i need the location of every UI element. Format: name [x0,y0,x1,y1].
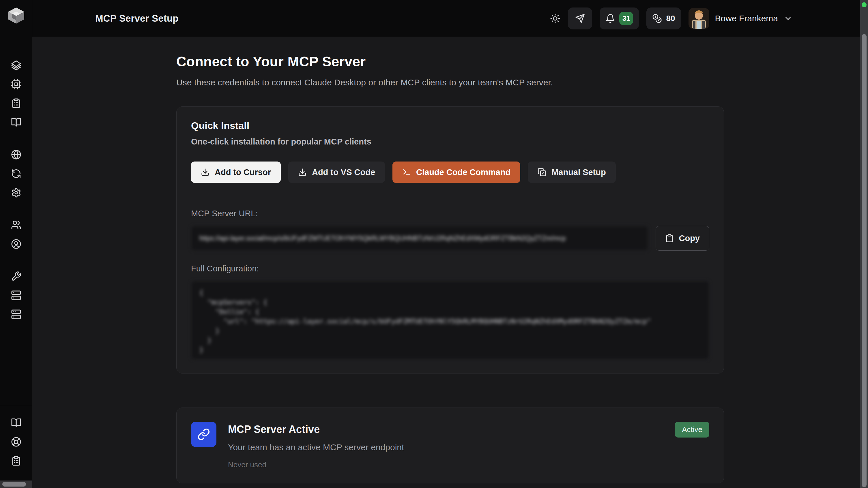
book-open-icon [11,117,21,128]
sidebar-nav-tools [0,269,32,321]
avatar [688,8,709,29]
claude-code-command-label: Claude Code Command [416,168,510,177]
sidebar-item-documentation[interactable] [0,416,32,430]
user-circle-icon [11,239,21,249]
server-status-text: MCP Server Active Your team has an activ… [228,422,404,469]
notification-count-badge: 31 [619,12,633,25]
server-link-icon-tile [191,422,216,447]
horizontal-scrollbar-thumb[interactable] [2,482,26,487]
user-name: Bowe Frankema [715,13,778,23]
add-to-cursor-button[interactable]: Add to Cursor [191,162,281,183]
book-open-icon [11,418,21,428]
sidebar-item-globe[interactable] [0,148,32,162]
page-content: Connect to Your MCP Server Use these cre… [32,37,868,488]
app-root: MCP Server Setup 31 80 [0,0,868,488]
users-icon [11,220,21,230]
user-menu[interactable]: Bowe Frankema [688,8,793,29]
sidebar-item-layers[interactable] [0,58,32,72]
refresh-icon [11,168,21,179]
page-title: Connect to Your MCP Server [176,54,724,69]
globe-icon [11,150,21,160]
server-status-description: Your team has an active MCP server endpo… [228,443,404,452]
sidebar-item-tasks[interactable] [0,96,32,110]
terminal-icon [402,168,411,176]
header-actions: 31 80 Bowe Frankema [550,7,793,29]
copy-button-label: Copy [679,234,700,243]
send-icon [575,13,585,23]
sidebar-nav-help [0,406,32,468]
full-configuration-textarea[interactable]: { "mcpServers": { "Dollie": { "url": "ht… [191,281,709,359]
server-url-label: MCP Server URL: [191,209,709,218]
notifications-button[interactable]: 31 [600,7,639,29]
sidebar-item-members[interactable] [0,218,32,232]
sidebar-nav-people [0,218,32,251]
server-url-input[interactable] [191,226,648,251]
clipboard-icon [665,234,674,242]
sidebar [0,0,32,488]
sidebar-item-cpu[interactable] [0,77,32,91]
clipboard-list-icon [11,98,21,108]
server-status-title: MCP Server Active [228,423,404,435]
server-icon [11,290,21,300]
copy-icon [537,168,546,176]
status-dot [862,2,867,7]
sidebar-item-docs[interactable] [0,116,32,129]
credits-button[interactable]: 80 [646,7,681,29]
link-icon [197,428,210,441]
vertical-scrollbar-thumb[interactable] [862,34,867,487]
main-area: MCP Server Setup 31 80 [32,0,868,488]
install-buttons-row: Add to Cursor Add to VS Code Claude Code… [191,162,709,183]
server-last-used: Never used [228,460,266,469]
add-to-vscode-label: Add to VS Code [312,168,375,177]
bell-icon [606,13,615,23]
server-icon [11,309,21,320]
sidebar-item-support[interactable] [0,435,32,449]
clipboard-list-icon [11,456,21,466]
sidebar-nav-primary [0,58,32,129]
sidebar-item-sync[interactable] [0,167,32,181]
wrench-icon [11,271,21,282]
add-to-cursor-label: Add to Cursor [215,168,271,177]
quick-install-card: Quick Install One-click installation for… [176,106,724,373]
sidebar-item-server-2[interactable] [0,307,32,321]
quick-install-title: Quick Install [191,120,709,131]
layers-icon [11,60,21,70]
chevron-down-icon [784,14,793,23]
page-header-title: MCP Server Setup [95,13,179,24]
sidebar-item-settings[interactable] [0,186,32,200]
coins-icon [652,13,662,23]
sidebar-item-server[interactable] [0,288,32,302]
app-logo[interactable] [7,0,25,25]
add-to-vscode-button[interactable]: Add to VS Code [288,162,385,183]
status-badge: Active [675,422,709,437]
claude-code-command-button[interactable]: Claude Code Command [393,162,520,183]
life-buoy-icon [11,437,21,447]
server-url-row: Copy [191,226,709,251]
copy-url-button[interactable]: Copy [656,226,710,251]
top-bar: MCP Server Setup 31 80 [32,0,868,37]
credits-count: 80 [666,14,675,23]
sidebar-nav-network [0,148,32,200]
theme-toggle-button[interactable] [550,13,560,24]
sidebar-item-profile[interactable] [0,237,32,251]
download-icon [201,168,210,176]
cpu-icon [11,79,21,89]
sidebar-item-tools[interactable] [0,269,32,283]
share-button[interactable] [568,7,592,29]
page-subtitle: Use these credentials to connect Claude … [176,77,724,87]
full-configuration-label: Full Configuration: [191,264,709,273]
cube-logo-icon [7,7,25,24]
sidebar-item-changelog[interactable] [0,454,32,468]
sun-icon [550,13,560,24]
quick-install-subtitle: One-click installation for popular MCP c… [191,137,709,147]
gear-icon [11,188,21,198]
manual-setup-label: Manual Setup [552,168,606,177]
download-icon [298,168,307,176]
horizontal-scrollbar-track[interactable] [0,481,32,488]
server-status-card: MCP Server Active Your team has an activ… [176,408,724,483]
vertical-scrollbar-track[interactable] [860,0,868,488]
manual-setup-button[interactable]: Manual Setup [528,162,616,183]
